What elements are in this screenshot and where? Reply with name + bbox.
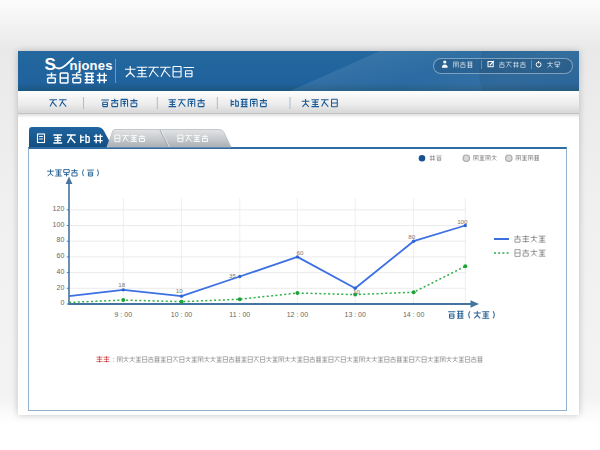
svg-text:9 : 00: 9 : 00 <box>115 311 133 318</box>
svg-text:80: 80 <box>57 236 65 243</box>
svg-text:18: 18 <box>118 281 125 288</box>
svg-text:10: 10 <box>176 287 183 294</box>
svg-text:100: 100 <box>53 221 65 228</box>
svg-text:njones: njones <box>70 58 113 73</box>
svg-text:35: 35 <box>229 272 236 279</box>
svg-text:100: 100 <box>457 218 468 225</box>
svg-text:12 : 00: 12 : 00 <box>287 311 309 318</box>
svg-text:120: 120 <box>53 205 65 212</box>
svg-text:80: 80 <box>408 233 415 240</box>
svg-text:60: 60 <box>296 249 303 256</box>
svg-text:14 : 00: 14 : 00 <box>403 311 425 318</box>
svg-text:13 : 00: 13 : 00 <box>344 311 366 318</box>
svg-text:60: 60 <box>57 252 65 259</box>
svg-text:0: 0 <box>60 299 64 306</box>
svg-text:40: 40 <box>57 268 65 275</box>
svg-text:11 : 00: 11 : 00 <box>229 311 250 318</box>
svg-text:10 : 00: 10 : 00 <box>171 311 193 318</box>
svg-text:20: 20 <box>57 284 65 291</box>
svg-text:10: 10 <box>353 288 360 295</box>
svg-text:S: S <box>45 55 56 74</box>
